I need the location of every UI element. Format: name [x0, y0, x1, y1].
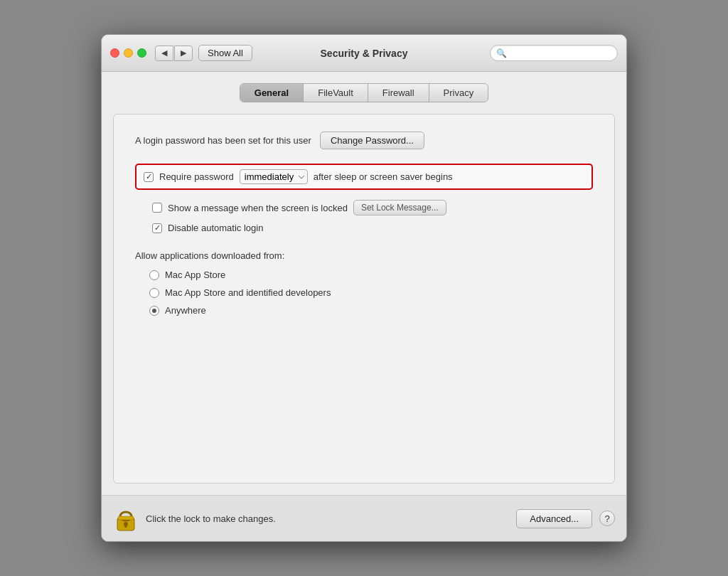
search-input[interactable]	[510, 48, 611, 58]
disable-autologin-label: Disable automatic login	[168, 223, 263, 233]
lock-svg	[115, 505, 136, 532]
immediately-select[interactable]: immediately	[240, 169, 308, 184]
radio-mac-app-store[interactable]	[149, 270, 159, 280]
traffic-lights	[110, 48, 146, 58]
main-panel: A login password has been set for this u…	[113, 114, 615, 484]
svg-rect-3	[125, 524, 127, 528]
close-button[interactable]	[110, 48, 119, 58]
radio-label-anywhere: Anywhere	[165, 305, 206, 316]
back-button[interactable]: ◀	[155, 46, 173, 61]
window-title: Security & Privacy	[321, 48, 408, 59]
radio-row-anywhere: Anywhere	[149, 305, 593, 316]
show-all-button[interactable]: Show All	[198, 45, 252, 61]
show-message-row: Show a message when the screen is locked…	[149, 200, 593, 215]
tab-filevault[interactable]: FileVault	[304, 84, 368, 102]
radio-identified-developers[interactable]	[149, 288, 159, 298]
minimize-button[interactable]	[124, 48, 133, 58]
titlebar: ◀ ▶ Show All Security & Privacy 🔍	[102, 35, 626, 72]
bottom-bar: Click the lock to make changes. Advanced…	[102, 495, 626, 541]
radio-label-mac-app-store: Mac App Store	[165, 270, 225, 280]
after-sleep-text: after sleep or screen saver begins	[314, 171, 453, 182]
require-password-row: Require password immediately after sleep…	[135, 164, 593, 190]
radio-anywhere[interactable]	[149, 306, 159, 316]
radio-group: Mac App Store Mac App Store and identifi…	[149, 270, 593, 316]
lock-icon[interactable]	[113, 504, 139, 533]
maximize-button[interactable]	[137, 48, 146, 58]
disable-autologin-row: Disable automatic login	[149, 223, 593, 233]
radio-row-mac-app-store: Mac App Store	[149, 270, 593, 280]
tabs-container: General FileVault Firewall Privacy	[240, 83, 488, 102]
help-button[interactable]: ?	[599, 511, 615, 526]
svg-rect-4	[118, 516, 134, 520]
login-password-text: A login password has been set for this u…	[135, 135, 311, 146]
tab-privacy[interactable]: Privacy	[429, 84, 488, 102]
main-window: ◀ ▶ Show All Security & Privacy 🔍 Genera…	[101, 34, 627, 542]
disable-autologin-checkbox[interactable]	[152, 223, 162, 233]
advanced-button[interactable]: Advanced...	[516, 509, 592, 528]
tab-firewall[interactable]: Firewall	[368, 84, 429, 102]
nav-buttons: ◀ ▶	[155, 46, 193, 61]
radio-row-identified: Mac App Store and identified developers	[149, 287, 593, 298]
require-password-label: Require password	[159, 171, 234, 182]
search-icon: 🔍	[496, 48, 507, 58]
tab-general[interactable]: General	[240, 84, 304, 102]
change-password-button[interactable]: Change Password...	[320, 132, 424, 149]
login-password-row: A login password has been set for this u…	[135, 132, 593, 149]
radio-label-identified-developers: Mac App Store and identified developers	[165, 287, 331, 298]
search-box[interactable]: 🔍	[490, 45, 618, 61]
tabs-bar: General FileVault Firewall Privacy	[113, 83, 615, 102]
set-lock-message-button[interactable]: Set Lock Message...	[353, 200, 446, 215]
content-area: General FileVault Firewall Privacy A log…	[102, 72, 626, 495]
show-message-label: Show a message when the screen is locked	[168, 203, 348, 213]
forward-button[interactable]: ▶	[174, 46, 193, 61]
show-message-checkbox[interactable]	[152, 203, 162, 213]
allow-apps-label: Allow applications downloaded from:	[135, 250, 593, 261]
lock-text: Click the lock to make changes.	[146, 513, 509, 524]
require-password-checkbox[interactable]	[144, 172, 154, 182]
